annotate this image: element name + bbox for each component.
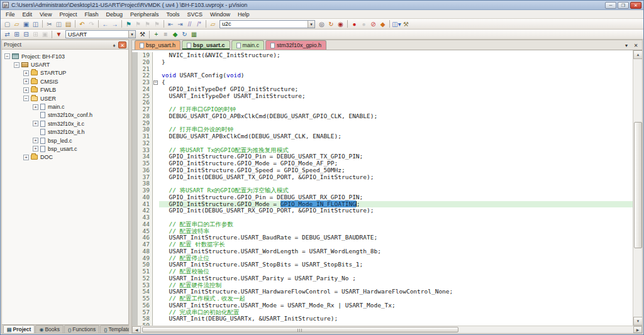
- target-combobox[interactable]: ▾: [65, 30, 136, 38]
- tree-item-bsp-led-c[interactable]: +bsp_led.c: [2, 136, 128, 145]
- tree-item-user[interactable]: −USER: [2, 94, 128, 102]
- menu-help[interactable]: Help: [234, 11, 253, 18]
- tree-item-usart[interactable]: −USART: [2, 60, 128, 69]
- tree-expander[interactable]: +: [33, 146, 38, 151]
- menu-debug[interactable]: Debug: [102, 11, 126, 18]
- tree-expander[interactable]: −: [4, 53, 10, 59]
- horizontal-scroll-thumb[interactable]: [142, 327, 458, 332]
- code-line-20[interactable]: 20}: [132, 59, 633, 66]
- tree-expander[interactable]: +: [33, 104, 38, 110]
- menu-tools[interactable]: Tools: [162, 11, 183, 18]
- editor-tab-bsp-usart-c[interactable]: bsp_usart.c: [182, 40, 230, 50]
- menu-svcs[interactable]: SVCS: [184, 11, 207, 18]
- tree-expander[interactable]: +: [33, 138, 38, 143]
- batch-build-icon[interactable]: ⊞: [31, 30, 40, 38]
- tree-item-cmsis[interactable]: +CMSIS: [2, 77, 128, 85]
- tree-expander[interactable]: −: [14, 62, 19, 68]
- code-line-22[interactable]: 22void USART_Config(void): [132, 72, 633, 79]
- scroll-left-icon[interactable]: ◀: [132, 326, 141, 333]
- tree-expander[interactable]: +: [23, 87, 29, 93]
- undo-icon[interactable]: ↶: [77, 20, 87, 28]
- bookmark-clear-icon[interactable]: ⚑: [152, 20, 162, 28]
- tab-list-dropdown-icon[interactable]: ▾: [623, 43, 630, 48]
- horizontal-scrollbar[interactable]: ◀ ▶: [132, 326, 642, 333]
- pack-installer-icon[interactable]: ▦: [189, 30, 199, 38]
- editor-tab-stm32f10x-gpio-h[interactable]: stm32f10x_gpio.h: [265, 40, 326, 50]
- code-line-25[interactable]: 25 USART_InitTypeDef USART_InitStructure…: [132, 93, 633, 100]
- tree-item-startup[interactable]: +STARTUP: [2, 69, 128, 77]
- menu-view[interactable]: View: [36, 11, 55, 18]
- options-for-target-icon[interactable]: ⚒: [138, 30, 147, 38]
- build-icon[interactable]: ⊞: [12, 30, 21, 38]
- code-line-31[interactable]: 31 DEBUG_USART_APBxClkCmd(DEBUG_USART_CL…: [132, 133, 633, 140]
- cut-icon[interactable]: ✂: [45, 20, 54, 28]
- menu-flash[interactable]: Flash: [80, 11, 102, 18]
- configure-wrench-icon[interactable]: ⚒: [401, 20, 411, 28]
- search-combobox[interactable]: ▾: [219, 20, 315, 28]
- menu-window[interactable]: Window: [206, 11, 234, 18]
- tree-item-project-bh-f103[interactable]: −Project: BH-F103: [2, 52, 128, 60]
- tree-item-fwlb[interactable]: +FWLB: [2, 86, 128, 94]
- breakpoint-kill-all-icon[interactable]: ◆: [378, 20, 387, 28]
- navigate-forward-icon[interactable]: →: [110, 20, 119, 28]
- unindent-icon[interactable]: ⇤: [166, 20, 175, 28]
- panel-tab-books[interactable]: ◉Books: [35, 325, 64, 333]
- vertical-scrollbar[interactable]: ▲ ▼: [633, 50, 642, 326]
- editor-tab-bsp-usart-h[interactable]: bsp_usart.h: [135, 40, 180, 50]
- tab-close-icon[interactable]: ✕: [632, 43, 640, 48]
- code-line-42[interactable]: 42 GPIO_Init(DEBUG_USART_RX_GPIO_PORT, &…: [132, 207, 633, 214]
- save-all-icon[interactable]: ◫: [31, 20, 40, 28]
- translate-file-icon[interactable]: ⇄: [3, 30, 12, 38]
- scroll-up-icon[interactable]: ▲: [633, 50, 642, 59]
- scroll-down-icon[interactable]: ▼: [633, 317, 642, 326]
- menu-peripherals[interactable]: Peripherals: [126, 11, 163, 18]
- breakpoint-insert-icon[interactable]: ●: [350, 20, 359, 28]
- fold-collapse-icon[interactable]: −: [153, 80, 158, 85]
- comment-icon[interactable]: //: [185, 20, 194, 28]
- tree-item-main-c[interactable]: +main.c: [2, 102, 128, 111]
- open-icon[interactable]: ▱: [12, 20, 21, 28]
- tree-item-bsp-usart-c[interactable]: +bsp_usart.c: [2, 145, 128, 153]
- pin-icon[interactable]: ♦: [110, 41, 118, 48]
- scroll-right-icon[interactable]: ▶: [633, 326, 642, 333]
- panel-tab-project[interactable]: ▤Project: [3, 325, 35, 333]
- editor-tab-main-c[interactable]: main.c: [231, 40, 265, 50]
- window-layout-dropdown[interactable]: ◫▾: [392, 20, 401, 28]
- tree-expander[interactable]: −: [23, 96, 29, 101]
- tree-item-stm32f10x-it-h[interactable]: stm32f10x_it.h: [2, 128, 128, 136]
- target-dropdown-icon[interactable]: ▾: [128, 31, 135, 38]
- find-in-files-folder-icon[interactable]: ▱: [208, 20, 218, 28]
- panel-close-icon[interactable]: ✕: [118, 41, 126, 48]
- code-line-58[interactable]: 58 USART_Init(DEBUG_USARTx, &USART_InitS…: [132, 316, 633, 322]
- navigate-back-icon[interactable]: ←: [101, 20, 110, 28]
- title-bar[interactable]: µ C:\Users\Administrator\Desktop\21-USAR…: [1, 1, 643, 10]
- tree-item-stm32f10x-conf-h[interactable]: stm32f10x_conf.h: [2, 111, 128, 119]
- bookmark-toggle-icon[interactable]: ⚑: [124, 20, 133, 28]
- panel-tab-functions[interactable]: ()Functions: [64, 325, 99, 333]
- search-dropdown-icon[interactable]: ▾: [308, 21, 314, 28]
- find-next-icon[interactable]: ◎: [317, 20, 326, 28]
- manage-file-extensions-icon[interactable]: +: [152, 30, 161, 38]
- restore-button[interactable]: ❐: [618, 2, 629, 9]
- manage-books-icon[interactable]: ≡: [161, 30, 170, 38]
- breakpoint-disable-icon[interactable]: ●: [359, 20, 369, 28]
- tree-item-stm32f10x-it-c[interactable]: +stm32f10x_it.c: [2, 119, 128, 128]
- flash-download-icon[interactable]: ▼: [54, 30, 64, 38]
- breakpoint-kill-icon[interactable]: ⊘: [369, 20, 378, 28]
- rebuild-icon[interactable]: ⊟: [21, 30, 31, 38]
- menu-edit[interactable]: Edit: [19, 11, 36, 18]
- bookmark-prev-icon[interactable]: ⚑: [133, 20, 143, 28]
- bookmark-next-icon[interactable]: ⚑: [143, 20, 152, 28]
- tree-expander[interactable]: +: [33, 121, 38, 126]
- code-line-19[interactable]: 19 NVIC_Init(&NVIC_InitStructure);: [132, 52, 633, 59]
- tree-expander[interactable]: +: [23, 70, 29, 76]
- save-icon[interactable]: ▣: [21, 20, 31, 28]
- code-line-28[interactable]: 28 DEBUG_USART_GPIO_APBxClkCmd(DEBUG_USA…: [132, 113, 633, 120]
- copy-icon[interactable]: ◫: [54, 20, 64, 28]
- new-file-icon[interactable]: ▢: [3, 20, 12, 28]
- indent-icon[interactable]: ⇥: [175, 20, 185, 28]
- code-view[interactable]: 19 NVIC_Init(&NVIC_InitStructure);20}212…: [132, 50, 633, 326]
- tree-expander[interactable]: +: [23, 155, 29, 160]
- uncomment-icon[interactable]: /*: [194, 20, 204, 28]
- incremental-find-icon[interactable]: ↻: [326, 20, 336, 28]
